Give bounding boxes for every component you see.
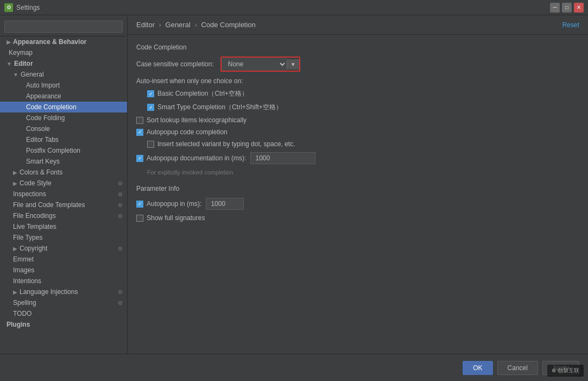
- smart-type-checkbox[interactable]: [147, 104, 154, 111]
- minimize-button[interactable]: ─: [550, 3, 560, 13]
- insert-variant-row: Insert selected variant by typing dot, s…: [136, 140, 579, 148]
- sidebar-label: Copyright: [20, 245, 47, 252]
- titlebar: ⚙ Settings ─ □ ✕: [0, 0, 588, 15]
- sidebar-label: Smart Keys: [26, 158, 60, 165]
- sidebar-item-inspections[interactable]: Inspections ⚙: [0, 189, 127, 199]
- content-area: Editor › General › Code Completion Reset…: [128, 15, 588, 354]
- sidebar-item-intentions[interactable]: Intentions: [0, 276, 127, 286]
- sidebar: ▶ Appearance & Behavior Keymap ▼ Editor …: [0, 15, 128, 354]
- auto-insert-label: Auto-insert when only one choice on:: [136, 77, 243, 85]
- param-section-title: Parameter Info: [136, 185, 579, 192]
- maximize-button[interactable]: □: [562, 3, 572, 13]
- sidebar-item-emmet[interactable]: Emmet: [0, 254, 127, 265]
- smart-type-row: Smart Type Completion（Ctrl+Shift+空格）: [136, 103, 579, 112]
- sidebar-item-colors-fonts[interactable]: ▶ Colors & Fonts: [0, 167, 127, 178]
- insert-variant-checkbox[interactable]: [147, 141, 154, 148]
- sidebar-item-copyright[interactable]: ▶ Copyright ⚙: [0, 243, 127, 254]
- autopopup-ms-label: Autopopup in (ms):: [147, 200, 201, 208]
- autopopup-doc-label: Autopopup documentation in (ms):: [147, 154, 246, 162]
- sidebar-item-keymap[interactable]: Keymap: [0, 47, 127, 58]
- sidebar-item-spelling[interactable]: Spelling ⚙: [0, 297, 127, 308]
- sidebar-item-todo[interactable]: TODO: [0, 308, 127, 319]
- sidebar-item-editor[interactable]: ▼ Editor: [0, 58, 127, 69]
- case-sensitive-row: Case sensitive completion: None All Firs…: [136, 57, 579, 72]
- autopopup-doc-row: Autopopup documentation in (ms):: [136, 152, 579, 164]
- sidebar-label: Code Folding: [26, 114, 65, 122]
- autopopup-completion-checkbox[interactable]: [136, 129, 143, 136]
- autopopup-ms-checkbox-group: Autopopup in (ms):: [136, 200, 201, 208]
- settings-content: Code Completion Case sensitive completio…: [128, 35, 588, 354]
- sidebar-item-live-templates[interactable]: Live Templates: [0, 221, 127, 232]
- sidebar-item-plugins[interactable]: Plugins: [0, 319, 127, 330]
- sidebar-item-file-encodings[interactable]: File Encodings ⚙: [0, 210, 127, 221]
- watermark-icon: ⊗: [552, 367, 556, 373]
- sidebar-label: Code Style: [20, 179, 52, 187]
- breadcrumb-editor: Editor: [136, 21, 155, 29]
- arrow-icon: ▼: [13, 72, 18, 78]
- sidebar-label: Postfix Completion: [26, 147, 80, 154]
- sidebar-item-auto-import[interactable]: Auto Import: [0, 80, 127, 91]
- basic-completion-checkbox[interactable]: [147, 90, 154, 97]
- sort-lookup-checkbox[interactable]: [136, 117, 143, 124]
- sidebar-item-appearance-behavior[interactable]: ▶ Appearance & Behavior: [0, 36, 127, 47]
- search-input[interactable]: [4, 21, 123, 33]
- breadcrumb-sep1: ›: [159, 21, 163, 29]
- sidebar-label: Keymap: [9, 49, 33, 57]
- sidebar-label: Appearance & Behavior: [13, 38, 86, 46]
- sidebar-item-general[interactable]: ▼ General: [0, 69, 127, 80]
- app-icon: ⚙: [4, 3, 13, 12]
- sidebar-item-file-types[interactable]: File Types: [0, 232, 127, 243]
- arrow-icon: ▼: [7, 61, 12, 67]
- window-controls: ─ □ ✕: [550, 3, 584, 13]
- autopopup-ms-checkbox[interactable]: [136, 201, 143, 208]
- smart-type-label: Smart Type Completion（Ctrl+Shift+空格）: [157, 103, 282, 112]
- reset-button[interactable]: Reset: [562, 21, 579, 29]
- sort-lookup-row: Sort lookup items lexicographically: [136, 116, 579, 124]
- sidebar-item-smart-keys[interactable]: Smart Keys: [0, 156, 127, 167]
- sidebar-label: Inspections: [13, 190, 46, 198]
- auto-insert-row: Auto-insert when only one choice on:: [136, 77, 579, 85]
- sidebar-item-code-style[interactable]: ▶ Code Style ⚙: [0, 178, 127, 189]
- sidebar-item-file-code-templates[interactable]: File and Code Templates ⚙: [0, 199, 127, 210]
- sidebar-item-console[interactable]: Console: [0, 123, 127, 134]
- config-icon: ⚙: [118, 202, 123, 208]
- case-sensitive-dropdown[interactable]: None All First letter: [222, 58, 287, 71]
- autopopup-completion-row: Autopopup code completion: [136, 128, 579, 136]
- arrow-icon: ▶: [13, 246, 17, 252]
- sidebar-item-editor-tabs[interactable]: Editor Tabs: [0, 134, 127, 145]
- arrow-icon: ▶: [13, 170, 17, 176]
- sidebar-label: Plugins: [7, 321, 30, 328]
- sidebar-item-appearance[interactable]: Appearance: [0, 91, 127, 102]
- config-icon: ⚙: [118, 180, 123, 186]
- smart-type-checkbox-group: Smart Type Completion（Ctrl+Shift+空格）: [147, 103, 282, 112]
- sidebar-label: Language Injections: [20, 288, 78, 296]
- config-icon: ⚙: [118, 246, 123, 252]
- sidebar-label: Code Completion: [26, 103, 77, 111]
- sidebar-label: Editor Tabs: [26, 136, 59, 143]
- cancel-button[interactable]: Cancel: [497, 361, 538, 375]
- sidebar-item-code-folding[interactable]: Code Folding: [0, 113, 127, 123]
- sidebar-item-postfix-completion[interactable]: Postfix Completion: [0, 145, 127, 156]
- sidebar-label: Console: [26, 125, 50, 133]
- config-icon: ⚙: [118, 289, 123, 295]
- sidebar-item-language-injections[interactable]: ▶ Language Injections ⚙: [0, 286, 127, 297]
- basic-completion-label: Basic Completion（Ctrl+空格）: [157, 89, 248, 98]
- sidebar-label: Emmet: [13, 255, 34, 263]
- show-signatures-checkbox[interactable]: [136, 215, 143, 222]
- sidebar-label: Images: [13, 266, 34, 274]
- config-icon: ⚙: [118, 191, 123, 197]
- autopopup-doc-checkbox[interactable]: [136, 155, 143, 162]
- autopopup-doc-input[interactable]: [250, 152, 315, 164]
- sidebar-item-code-completion[interactable]: Code Completion: [0, 102, 127, 113]
- config-icon: ⚙: [118, 213, 123, 219]
- breadcrumb-sep2: ›: [194, 21, 199, 29]
- sidebar-item-images[interactable]: Images: [0, 265, 127, 276]
- close-button[interactable]: ✕: [574, 3, 584, 13]
- window-title: Settings: [16, 4, 40, 11]
- autopopup-ms-row: Autopopup in (ms):: [136, 198, 579, 210]
- autopopup-ms-input[interactable]: [206, 198, 244, 210]
- insert-variant-checkbox-group: Insert selected variant by typing dot, s…: [147, 140, 295, 148]
- autopopup-completion-checkbox-group: Autopopup code completion: [136, 128, 227, 136]
- sidebar-label: TODO: [13, 310, 31, 317]
- ok-button[interactable]: OK: [463, 361, 492, 375]
